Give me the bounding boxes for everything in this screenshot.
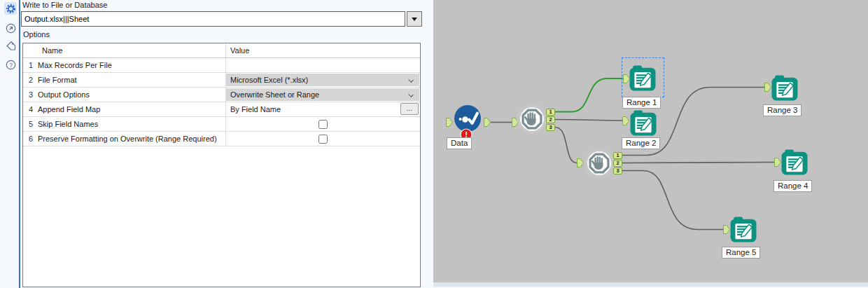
block-until-done-tool-1[interactable] [517,104,547,135]
row-number: 5 [23,117,35,131]
wire-block1-to-block2[interactable] [555,128,577,163]
range3-label[interactable]: Range 3 [763,104,802,116]
column-header-name: Name [35,43,226,57]
options-label: Options [23,30,50,39]
option-name: File Format [35,73,226,87]
table-row: 5 Skip Field Names [23,117,420,132]
preserve-formatting-checkbox[interactable] [318,135,328,144]
option-name: Output Options [35,88,226,102]
file-format-select[interactable]: Microsoft Excel (*.xlsx) [226,74,419,86]
row-number: 4 [23,102,35,116]
file-path-input[interactable] [21,11,405,27]
table-row: 6 Preserve Formatting on Overwrite (Rang… [23,132,420,146]
options-table: Name Value 1 Max Records Per File 2 File… [22,43,421,287]
output-tool-range3[interactable] [771,75,798,101]
selected-option: Microsoft Excel (*.xlsx) [230,76,308,84]
column-header-value: Value [226,43,420,57]
output-data-icon [630,110,657,136]
data-tool-output-anchor[interactable] [484,118,491,127]
wire-block2-to-range5[interactable] [622,171,723,230]
option-value: By Field Name [230,105,281,114]
data-tool-icon: ! [454,105,482,142]
svg-text:?: ? [9,61,13,68]
block2-output-anchor-1[interactable]: 1 [613,152,622,159]
workflow-canvas[interactable]: ! Data [433,0,868,282]
table-row: 1 Max Records Per File [23,58,420,73]
alteryx-designer-window: ? Write to File or Database Options Name… [0,0,868,288]
output-data-icon [771,75,798,101]
options-table-header: Name Value [23,43,420,58]
selected-option: Overwrite Sheet or Range [230,90,319,99]
file-path-dropdown-button[interactable] [407,11,422,27]
row-number: 3 [23,88,35,102]
wire-block1-to-range1-selected[interactable] [555,78,623,112]
block2-output-anchor-3[interactable]: 3 [613,167,622,174]
range5-label[interactable]: Range 5 [722,247,760,259]
option-name: Preserve Formatting on Overwrite (Range … [35,132,226,146]
results-panel-edge [433,282,868,288]
range2-input-anchor[interactable] [622,116,629,125]
help-icon[interactable]: ? [4,58,17,71]
output-tool-range4[interactable] [781,149,808,175]
table-row: 2 File Format Microsoft Excel (*.xlsx) [23,73,420,88]
option-name: Append Field Map [35,102,226,116]
row-number: 1 [23,58,35,72]
gear-icon-glyph [6,4,16,14]
block1-output-anchor-1[interactable]: 1 [546,109,555,116]
output-tool-range2[interactable] [630,110,657,136]
output-tool-range5[interactable] [730,217,757,242]
data-tool[interactable]: ! [454,105,482,142]
panel-title: Write to File or Database [22,1,107,9]
block-until-done-tool-2[interactable] [584,148,615,179]
config-toolbar: ? [0,0,19,288]
row-number: 2 [23,73,35,87]
range3-input-anchor[interactable] [764,83,771,92]
dropdown-arrow-icon [412,18,417,21]
range5-input-anchor[interactable] [723,225,730,234]
block-until-done-icon [584,148,615,179]
table-row: 3 Output Options Overwrite Sheet or Rang… [23,88,420,102]
append-field-map-browse-button[interactable]: ... [400,103,419,115]
wire-block1-to-range2[interactable] [555,120,622,121]
tag-icon[interactable] [4,39,17,52]
tag-icon-glyph [6,41,16,51]
output-options-select[interactable]: Overwrite Sheet or Range [226,88,419,101]
block1-output-anchor-2[interactable]: 2 [546,116,555,123]
table-row: 4 Append Field Map By Field Name ... [23,102,420,117]
output-tool-range1[interactable] [629,65,656,91]
data-tool-input-anchor[interactable] [446,118,453,127]
option-name: Max Records Per File [35,58,226,72]
row-number: 6 [23,132,35,146]
block2-output-anchor-2[interactable]: 2 [613,160,622,167]
data-tool-label[interactable]: Data [447,137,472,149]
navigate-out-icon-glyph [6,23,16,34]
wire-block2-to-range4[interactable] [622,163,774,163]
navigate-out-icon[interactable] [4,22,17,34]
configuration-panel: Write to File or Database Options Name V… [20,0,433,288]
output-data-icon [730,217,757,242]
range4-label[interactable]: Range 4 [774,180,812,192]
output-data-icon [781,149,808,175]
max-records-value-cell[interactable] [226,58,420,72]
gear-icon[interactable] [4,2,17,15]
range2-label[interactable]: Range 2 [622,137,660,149]
block2-input-anchor[interactable] [577,158,584,167]
block1-output-anchor-3[interactable]: 3 [546,124,555,131]
output-data-icon [629,65,656,91]
range1-label[interactable]: Range 1 [622,97,661,109]
block-until-done-icon [517,104,547,135]
chevron-down-icon [408,77,414,83]
skip-field-names-checkbox[interactable] [318,120,328,129]
option-name: Skip Field Names [35,117,226,131]
range4-input-anchor[interactable] [774,158,781,167]
help-icon-glyph: ? [6,60,16,70]
chevron-down-icon [408,92,414,97]
